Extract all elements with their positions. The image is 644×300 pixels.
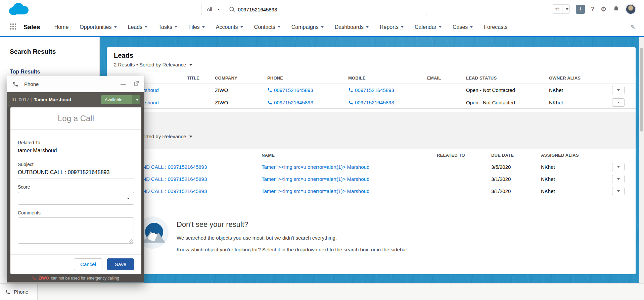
chevron-down-icon — [145, 26, 147, 28]
popout-icon[interactable] — [134, 81, 139, 87]
related-to-value[interactable]: tamer Marshoud — [18, 148, 134, 157]
agent-status-dropdown[interactable]: Available — [101, 95, 140, 104]
task-name-link[interactable]: Tamer'"><img src=u onerror=alert(1)> Mar… — [262, 188, 369, 194]
tasks-results-table: SUBJECT NAME RELATED TO DUE DATE ASSIGNE… — [107, 149, 636, 197]
help-icon[interactable]: ? — [591, 6, 595, 13]
edit-nav-pencil-icon[interactable]: ✎ — [631, 23, 635, 31]
leads-section-title: Leads — [114, 52, 636, 59]
subject-label: Subject — [18, 162, 134, 167]
phone-icon — [267, 100, 272, 105]
tab-cases[interactable]: Cases — [453, 24, 473, 30]
setup-gear-icon[interactable]: ⚙ — [601, 5, 607, 13]
sort-dropdown-icon[interactable] — [189, 64, 192, 66]
chevron-down-icon — [240, 26, 243, 28]
phone-widget-titlebar[interactable]: Phone — [7, 76, 144, 92]
related-to-label: Related To — [18, 140, 134, 145]
tasks-sort-label: Sorted by Relevance — [139, 134, 186, 139]
phone-utility-button[interactable]: Phone — [0, 284, 38, 300]
sidebar-title: Search Results — [10, 48, 99, 55]
caller-id: ID: 0017 | — [11, 97, 32, 102]
chevron-down-icon — [217, 9, 220, 10]
global-header: All ☆ + ? ⚙ — [0, 0, 644, 18]
chevron-down-icon — [439, 26, 442, 28]
cancel-button[interactable]: Cancel — [74, 258, 102, 270]
vertical-scrollbar[interactable] — [639, 37, 644, 283]
ziwo-brand: ZIWO — [38, 276, 49, 281]
search-input[interactable] — [238, 7, 427, 12]
leads-table-header: NAME TITLE COMPANY PHONE MOBILE EMAIL LE… — [107, 72, 636, 84]
search-scope-dropdown[interactable]: All — [201, 4, 224, 15]
chevron-down-icon — [114, 26, 117, 28]
lead-mobile-link[interactable]: 00971521645893 — [355, 100, 394, 105]
tab-forecasts[interactable]: Forecasts — [484, 24, 507, 30]
subject-value[interactable]: OUTBOUND CALL : 00971521645893 — [18, 169, 134, 179]
tab-home[interactable]: Home — [54, 24, 69, 30]
chevron-down-icon — [132, 95, 140, 104]
tab-opportunities[interactable]: Opportunities — [80, 24, 117, 30]
lead-row: Tamer Marshoud ZIWO 00971521645893 00971… — [107, 84, 636, 96]
agent-status-label: Available — [101, 97, 132, 102]
row-actions-button[interactable] — [612, 187, 625, 195]
log-a-call-dialog: Log a Call Related To tamer Marshoud Sub… — [10, 107, 141, 274]
comments-textarea[interactable] — [18, 217, 134, 244]
global-actions-icon[interactable]: + — [576, 5, 585, 14]
chevron-down-icon — [321, 26, 324, 28]
scrollbar-thumb[interactable] — [640, 48, 643, 132]
chevron-down-icon — [127, 198, 130, 199]
row-actions-button[interactable] — [612, 86, 625, 94]
caller-name: Tamer Marshoud — [34, 97, 71, 102]
nav-tabs: Home Opportunities Leads Tasks Files Acc… — [54, 24, 508, 30]
tab-files[interactable]: Files — [188, 24, 205, 30]
tab-campaigns[interactable]: Campaigns — [291, 24, 324, 30]
chevron-down-icon — [175, 26, 177, 28]
tab-calendar[interactable]: Calendar — [415, 24, 442, 30]
tab-reports[interactable]: Reports — [380, 24, 404, 30]
search-icon — [224, 6, 238, 13]
sort-dropdown-icon[interactable] — [189, 136, 192, 138]
row-actions-button[interactable] — [612, 175, 625, 183]
task-row: OUTBOUND CALL : 00971521645893 Tamer'"><… — [107, 185, 636, 197]
chevron-down-icon — [278, 26, 280, 28]
lead-phone-link[interactable]: 00971521645893 — [274, 100, 313, 105]
phone-icon — [348, 100, 353, 105]
task-row: OUTBOUND CALL : 00971521645893 Tamer'"><… — [107, 161, 636, 173]
row-actions-button[interactable] — [612, 98, 625, 107]
caller-id-bar: ID: 0017 | Tamer Marshoud Available — [7, 92, 144, 107]
salesforce-cloud-logo — [7, 2, 30, 18]
phone-icon — [348, 88, 353, 93]
tab-accounts[interactable]: Accounts — [216, 24, 243, 30]
sidebar-item-top-results[interactable]: Top Results — [10, 69, 99, 75]
no-result-title: Don't see your result? — [177, 220, 248, 229]
favorites-star-icon[interactable]: ☆ — [552, 5, 562, 13]
phone-widget: Phone ID: 0017 | Tamer Marshoud Availabl… — [7, 76, 144, 283]
notifications-bell-icon[interactable] — [613, 5, 619, 13]
phone-widget-title: Phone — [24, 81, 121, 87]
phone-icon — [5, 289, 10, 295]
favorites-chevron-icon[interactable] — [562, 5, 569, 13]
tab-dashboards[interactable]: Dashboards — [335, 24, 369, 30]
tab-leads[interactable]: Leads — [128, 24, 148, 30]
user-avatar[interactable] — [626, 4, 636, 14]
lead-row: Tamer Marshoud ZIWO 00971521645893 00971… — [107, 96, 636, 109]
log-a-call-title: Log a Call — [10, 107, 141, 130]
save-button[interactable]: Save — [107, 258, 134, 270]
chevron-down-icon — [202, 26, 205, 28]
emergency-warning-text: can not be used for emergency calling — [51, 276, 119, 281]
minimize-icon[interactable] — [121, 84, 126, 85]
chevron-down-icon — [366, 26, 369, 28]
task-name-link[interactable]: Tamer'"><img src=u onerror=alert(1)> Mar… — [262, 176, 369, 182]
comments-label: Comments — [18, 210, 134, 215]
app-nav-bar: Sales Home Opportunities Leads Tasks Fil… — [0, 18, 644, 37]
chevron-down-icon — [401, 26, 404, 28]
lead-mobile-link[interactable]: 00971521645893 — [355, 87, 394, 93]
app-launcher-waffle-icon[interactable] — [9, 23, 17, 32]
lead-phone-link[interactable]: 00971521645893 — [274, 87, 313, 93]
score-select[interactable] — [18, 192, 134, 205]
leads-result-count: 2 Results • Sorted by Relevance — [114, 62, 186, 67]
task-name-link[interactable]: Tamer'"><img src=u onerror=alert(1)> Mar… — [262, 164, 369, 170]
utility-bar: Phone — [0, 283, 644, 300]
no-emergency-phone-icon — [32, 276, 36, 280]
tab-tasks[interactable]: Tasks — [158, 24, 177, 30]
row-actions-button[interactable] — [612, 163, 625, 171]
tab-contacts[interactable]: Contacts — [254, 24, 280, 30]
